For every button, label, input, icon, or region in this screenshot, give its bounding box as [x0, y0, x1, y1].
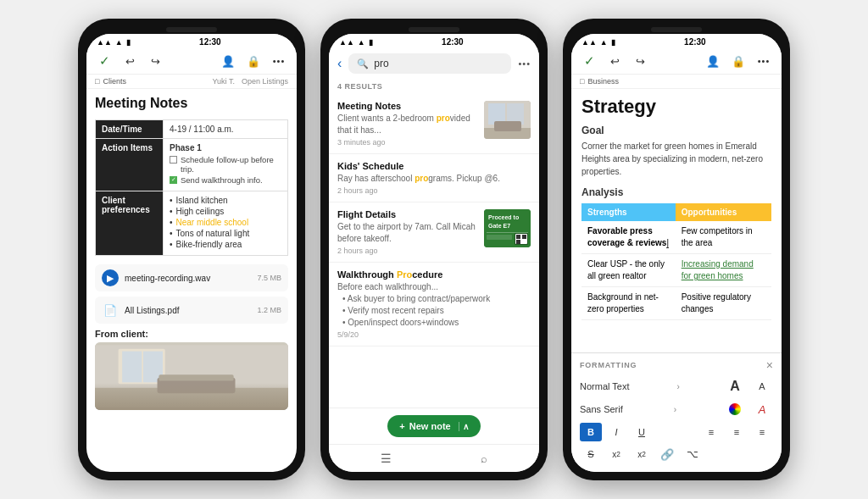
- breadcrumb-1: □ Clients Yuki T. Open Listings: [86, 75, 297, 89]
- search-icon: 🔍: [357, 58, 369, 69]
- play-icon[interactable]: ▶: [102, 269, 119, 286]
- table-value-actionitems: Phase 1 Schedule follow-up before trip. …: [164, 139, 288, 191]
- checkbox-walkthrough[interactable]: Send walkthrough info.: [170, 175, 281, 185]
- result-time-1: 3 minutes ago: [337, 138, 477, 147]
- format-row-normal: Normal Text › A A: [580, 377, 773, 396]
- result-item-1[interactable]: Meeting Notes Client wants a 2-bedroom p…: [329, 94, 539, 154]
- svg-rect-20: [522, 235, 526, 239]
- plus-icon: +: [399, 421, 404, 431]
- font-size-large-button[interactable]: A: [724, 377, 746, 396]
- checkbox-followup-box[interactable]: [170, 156, 177, 164]
- redo-button[interactable]: ↪: [146, 52, 164, 70]
- opportunity-2: Increasing demand for green homes: [676, 254, 771, 287]
- lock-icon-3[interactable]: 🔒: [729, 52, 748, 70]
- status-time-1: 12:30: [199, 37, 221, 47]
- format-normal-chevron[interactable]: ›: [677, 382, 680, 391]
- checkbox-walkthrough-box[interactable]: [170, 176, 177, 184]
- table-value-clientprefs: Island kitchen High ceilings Near middle…: [164, 191, 288, 256]
- formatting-panel: FORMATTING × Normal Text › A A Sans Seri…: [571, 352, 782, 472]
- svg-rect-4: [95, 388, 288, 408]
- strikethrough-button[interactable]: S: [580, 445, 602, 463]
- undo-button-3[interactable]: ↩: [605, 52, 624, 70]
- align-right-button[interactable]: ≡: [751, 423, 773, 441]
- check-button-3[interactable]: ✓: [580, 52, 598, 70]
- underline-button[interactable]: U: [631, 423, 653, 441]
- search-more-icon[interactable]: •••: [518, 58, 531, 69]
- undo-button[interactable]: ↩: [120, 52, 139, 70]
- svg-rect-16: [487, 235, 512, 240]
- more-icon[interactable]: •••: [270, 52, 288, 70]
- result-item-2[interactable]: Kids' Schedule Ray has afterschool progr…: [329, 154, 539, 202]
- result-time-2: 2 hours ago: [337, 186, 531, 195]
- result-snippet-3: Get to the airport by 7am. Call Micah be…: [337, 221, 477, 245]
- svg-rect-2: [122, 352, 142, 383]
- svg-text:Proceed to: Proceed to: [488, 214, 519, 220]
- superscript-button[interactable]: x2: [605, 445, 627, 463]
- link-button[interactable]: 🔗: [656, 445, 678, 463]
- user-icon[interactable]: 👤: [219, 52, 237, 70]
- analysis-label: Analysis: [581, 186, 771, 198]
- bold-button[interactable]: B: [580, 423, 602, 441]
- format-buttons-row1: B I U ≡ ≡ ≡: [580, 423, 773, 441]
- breadcrumb-yuki[interactable]: Yuki T.: [213, 77, 235, 86]
- note-content-1: Meeting Notes Date/Time 4-19 / 11:00 a.m…: [86, 89, 297, 472]
- search-input-wrap[interactable]: 🔍: [348, 53, 511, 74]
- note-table: Date/Time 4-19 / 11:00 a.m. Action Items…: [95, 119, 288, 256]
- formatting-title: FORMATTING: [580, 361, 637, 369]
- menu-nav-icon[interactable]: ☰: [381, 452, 392, 465]
- breadcrumb-business[interactable]: Business: [587, 77, 619, 86]
- check-button[interactable]: ✓: [95, 52, 114, 70]
- more-icon-3[interactable]: •••: [754, 52, 773, 70]
- pref-item-1: Island kitchen: [170, 196, 281, 205]
- breadcrumb-clients[interactable]: Clients: [103, 77, 126, 86]
- subscript-button[interactable]: x2: [631, 445, 653, 463]
- search-nav-icon[interactable]: ⌕: [481, 452, 487, 465]
- signal-icon: ▲▲: [97, 38, 112, 47]
- result-text-4: Walkthrough Procedure Before each walkth…: [337, 269, 531, 339]
- checkbox-walkthrough-text: Send walkthrough info.: [181, 175, 263, 185]
- result-item-4[interactable]: Walkthrough Procedure Before each walkth…: [329, 263, 539, 347]
- code-button[interactable]: ⌥: [682, 445, 704, 463]
- format-normal-text-label: Normal Text: [580, 381, 629, 391]
- goal-text: Corner the market for green homes in Eme…: [581, 140, 771, 178]
- format-buttons-row2: S x2 x2 🔗 ⌥: [580, 445, 773, 463]
- wifi-icon-2: ▲: [358, 38, 365, 47]
- result-text-3: Flight Details Get to the airport by 7am…: [337, 209, 477, 255]
- strategy-title: Strategy: [581, 96, 771, 118]
- lock-icon[interactable]: 🔒: [244, 52, 263, 70]
- redo-button-3[interactable]: ↪: [631, 52, 649, 70]
- new-note-button[interactable]: + New note ∧: [387, 415, 480, 437]
- back-button[interactable]: ‹: [337, 56, 342, 71]
- pref-item-5: Bike-friendly area: [170, 240, 281, 249]
- results-count: 4 RESULTS: [329, 79, 539, 94]
- formatting-close-button[interactable]: ×: [766, 358, 773, 372]
- svg-text:Gate E7: Gate E7: [488, 223, 510, 229]
- breadcrumb-openlistings[interactable]: Open Listings: [242, 77, 288, 86]
- user-icon-3[interactable]: 👤: [704, 52, 722, 70]
- phone-strategy: ▲▲ ▲ ▮ 12:30 ✓ ↩ ↪ 👤 🔒 ••• □ Business: [563, 19, 790, 480]
- search-header: ‹ 🔍 •••: [329, 48, 539, 79]
- toolbar-1: ✓ ↩ ↪ 👤 🔒 •••: [86, 48, 297, 75]
- signal-icon-3: ▲▲: [581, 38, 597, 47]
- font-styled-button[interactable]: A: [751, 400, 773, 419]
- color-picker-button[interactable]: [724, 400, 746, 419]
- font-size-small-button[interactable]: A: [751, 377, 773, 396]
- align-left-button[interactable]: ≡: [700, 423, 722, 441]
- analysis-row-3: Background in net-zero properties Positi…: [581, 287, 771, 320]
- table-value-datetime: 4-19 / 11:00 a.m.: [164, 120, 288, 139]
- strength-1: Favorable press coverage & reviews|: [581, 221, 676, 254]
- checkbox-followup[interactable]: Schedule follow-up before trip.: [170, 155, 281, 174]
- svg-rect-19: [516, 235, 520, 239]
- status-time-3: 12:30: [684, 37, 706, 47]
- italic-button[interactable]: I: [605, 423, 627, 441]
- pdf-icon[interactable]: 📄: [102, 302, 119, 319]
- result-item-3[interactable]: Flight Details Get to the airport by 7am…: [329, 202, 539, 263]
- table-label-clientprefs: Client preferences: [96, 191, 164, 256]
- battery-icon-2: ▮: [369, 38, 373, 47]
- attachment-pdf[interactable]: 📄 All Listings.pdf 1.2 MB: [95, 297, 288, 324]
- search-input[interactable]: [374, 58, 503, 69]
- format-sansserif-chevron[interactable]: ›: [674, 405, 676, 414]
- align-center-button[interactable]: ≡: [726, 423, 748, 441]
- result-time-3: 2 hours ago: [337, 247, 477, 255]
- attachment-audio[interactable]: ▶ meeting-recording.wav 7.5 MB: [95, 264, 288, 291]
